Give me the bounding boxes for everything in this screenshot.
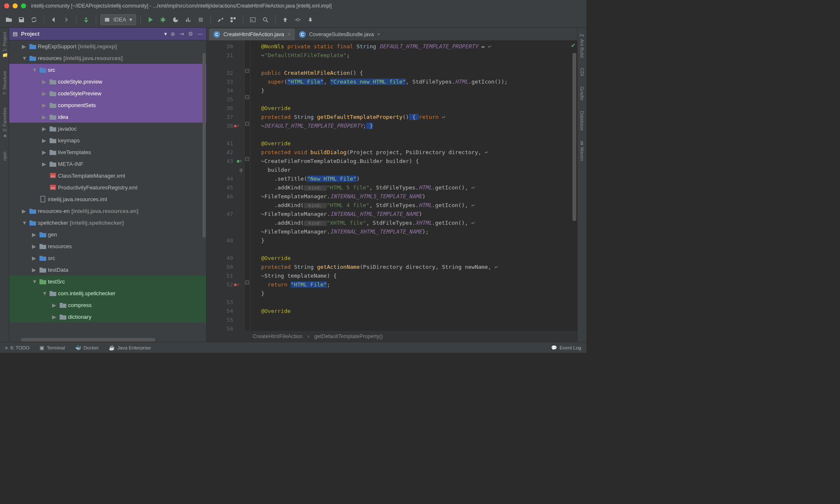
tree-item[interactable]: ▶gen <box>9 228 206 240</box>
tool-npm[interactable]: npm <box>2 152 7 160</box>
tree-item[interactable]: ▶liveTemplates <box>9 146 206 158</box>
run-anything-icon[interactable] <box>247 14 258 25</box>
tree-item[interactable]: <>ClassTemplateManager.xml <box>9 170 206 181</box>
close-icon[interactable] <box>4 3 9 8</box>
expand-icon[interactable]: ▶ <box>42 114 49 120</box>
tool-cdi[interactable]: CDI <box>580 68 585 76</box>
hide-icon[interactable]: — <box>197 31 203 37</box>
save-icon[interactable] <box>16 14 27 25</box>
tree-item[interactable]: ▶resources-en[intellij.java.resources.en… <box>9 205 206 217</box>
tree-item[interactable]: ▶codeStyle.preview <box>9 76 206 87</box>
tree-item[interactable]: ▼src <box>9 64 206 76</box>
debug-icon[interactable] <box>158 14 168 25</box>
tree-item[interactable]: ▶testData <box>9 264 206 276</box>
maximize-icon[interactable] <box>21 3 26 8</box>
run-icon[interactable] <box>145 14 156 25</box>
forward-icon[interactable] <box>61 14 72 25</box>
tool-docker[interactable]: 🐳 Docker <box>75 345 99 351</box>
tree-item[interactable]: ▶keymaps <box>9 134 206 146</box>
build-icon[interactable] <box>81 14 92 25</box>
project-structure-icon[interactable] <box>228 14 239 25</box>
tree-item[interactable]: intellij.java.resources.iml <box>9 193 206 205</box>
back-icon[interactable] <box>48 14 59 25</box>
collapse-icon[interactable]: ⇥ <box>179 31 184 37</box>
breadcrumb-item[interactable]: getDefaultTemplateProperty() <box>314 333 383 339</box>
locate-icon[interactable]: ⊕ <box>171 31 175 37</box>
tree-item[interactable]: ▶javadoc <box>9 123 206 134</box>
breadcrumb[interactable]: CreateHtmlFileAction › getDefaultTemplat… <box>207 331 577 342</box>
vertical-scrollbar[interactable] <box>202 53 206 238</box>
expand-icon[interactable]: ▶ <box>22 43 29 50</box>
expand-icon[interactable]: ▶ <box>42 102 49 108</box>
tree-item[interactable]: ▶compress <box>9 299 206 311</box>
tool-structure[interactable]: 7: Structure <box>2 71 7 95</box>
chevron-down-icon[interactable]: ▾ <box>164 31 167 37</box>
tree-item[interactable]: ▶dictionary <box>9 311 206 323</box>
minimize-icon[interactable] <box>13 3 18 8</box>
editor-tab[interactable]: CCreateHtmlFileAction.java× <box>209 29 295 40</box>
fold-column[interactable]: − − − − − <box>244 40 250 331</box>
expand-icon[interactable]: ▶ <box>22 208 29 214</box>
gear-icon[interactable]: ⚙ <box>188 31 193 37</box>
tree-item[interactable]: ▶codeStylePreview <box>9 87 206 99</box>
fold-icon[interactable]: − <box>245 157 249 161</box>
editor-scrollbar[interactable] <box>572 53 576 221</box>
inspection-ok-icon[interactable]: ✔ <box>571 42 576 49</box>
fold-icon[interactable]: − <box>245 122 249 126</box>
vcs-commit-icon[interactable] <box>292 14 303 25</box>
expand-icon[interactable]: ▼ <box>32 278 39 285</box>
search-icon[interactable] <box>260 14 271 25</box>
editor-tab[interactable]: CCoverageSuitesBundle.java× <box>295 29 385 40</box>
tool-database[interactable]: Database <box>580 111 585 131</box>
fold-icon[interactable]: − <box>245 281 249 284</box>
expand-icon[interactable]: ▶ <box>42 90 49 97</box>
project-tree[interactable]: ▶RegExpSupport[intellij.regexp]▼resource… <box>9 40 206 342</box>
expand-icon[interactable]: ▶ <box>52 314 59 320</box>
expand-icon[interactable]: ▼ <box>32 67 39 73</box>
sync-icon[interactable] <box>29 14 39 25</box>
tool-gradle[interactable]: Gradle <box>580 87 585 100</box>
tree-item[interactable]: ▼testSrc <box>9 276 206 287</box>
profile-icon[interactable] <box>183 14 194 25</box>
horizontal-scrollbar[interactable] <box>21 338 155 341</box>
tool-event-log[interactable]: 💬 Event Log <box>551 345 581 351</box>
expand-icon[interactable]: ▶ <box>32 255 39 261</box>
expand-icon[interactable]: ▶ <box>52 302 59 308</box>
breadcrumb-item[interactable]: CreateHtmlFileAction <box>253 333 302 339</box>
tool-maven[interactable]: m Maven <box>580 141 585 161</box>
tree-item[interactable]: ▶src <box>9 252 206 264</box>
vcs-push-icon[interactable] <box>305 14 316 25</box>
tool-java-ee[interactable]: ☕ Java Enterprise <box>109 345 151 351</box>
tool-todo[interactable]: ≡ 6: TODO <box>5 345 29 350</box>
expand-icon[interactable]: ▶ <box>42 79 49 85</box>
coverage-icon[interactable] <box>170 14 181 25</box>
expand-icon[interactable]: ▶ <box>32 231 39 238</box>
expand-icon[interactable]: ▼ <box>22 55 29 61</box>
expand-icon[interactable]: ▶ <box>42 137 49 144</box>
code-editor[interactable]: @NonNls private static final String DEFA… <box>250 40 577 331</box>
expand-icon[interactable]: ▶ <box>32 267 39 273</box>
tree-item[interactable]: ▶RegExpSupport[intellij.regexp] <box>9 40 206 52</box>
gutter[interactable]: 3031323334353637384142434445464748495051… <box>207 40 244 331</box>
vcs-update-icon[interactable] <box>280 14 291 25</box>
tree-item[interactable]: ▶resources <box>9 240 206 252</box>
tree-item[interactable]: ▼com.intellij.spellchecker <box>9 287 206 299</box>
run-config-selector[interactable]: IDEA ▾ <box>100 14 136 25</box>
fold-icon[interactable]: − <box>245 69 249 73</box>
tree-item[interactable]: <>ProductivityFeaturesRegistry.xml <box>9 181 206 193</box>
fold-icon[interactable]: − <box>245 95 249 99</box>
expand-icon[interactable]: ▶ <box>42 161 49 167</box>
tree-item[interactable]: ▶idea <box>9 111 206 123</box>
tool-terminal[interactable]: ▣ Terminal <box>39 345 65 351</box>
open-icon[interactable] <box>3 14 14 25</box>
tool-project[interactable]: 📁 1: Project <box>2 32 7 58</box>
tree-item[interactable]: ▶componentSets <box>9 99 206 111</box>
close-icon[interactable]: × <box>288 32 291 37</box>
expand-icon[interactable]: ▶ <box>42 149 49 155</box>
close-icon[interactable]: × <box>377 32 380 37</box>
expand-icon[interactable]: ▼ <box>42 290 49 297</box>
tree-item[interactable]: ▼resources[intellij.java.resources] <box>9 52 206 64</box>
tool-ant[interactable]: 🐜 Ant Build <box>579 32 585 58</box>
expand-icon[interactable]: ▼ <box>22 220 29 226</box>
stop-icon[interactable] <box>195 14 206 25</box>
